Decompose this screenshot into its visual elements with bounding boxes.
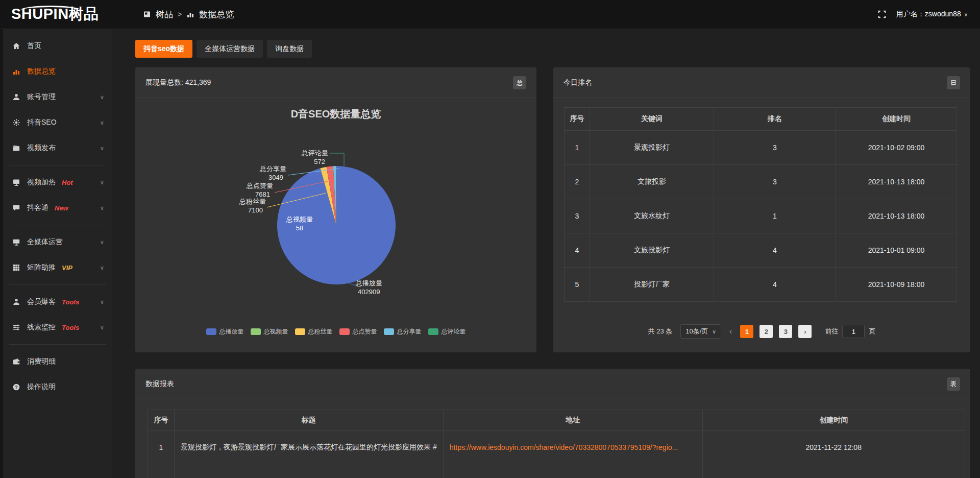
grid-icon <box>12 264 20 272</box>
app-logo: SHUPIN树品 <box>0 4 122 25</box>
sidebar-divider <box>9 165 106 165</box>
fullscreen-icon[interactable] <box>878 10 886 18</box>
chevron-down-icon: ∨ <box>100 324 104 331</box>
pie-label-value: 58 <box>296 224 303 232</box>
chat-icon <box>12 204 20 212</box>
breadcrumb-current[interactable]: 数据总览 <box>199 9 234 20</box>
report-card-header: 数据报表 <box>135 369 970 399</box>
next-page-button[interactable]: › <box>798 325 812 338</box>
daily-view-button[interactable]: 日 <box>947 76 960 89</box>
legend-swatch <box>339 328 350 335</box>
goto-label: 前往 <box>825 327 838 336</box>
table-cell: 文旅投影 <box>590 165 714 199</box>
sidebar-item-账号管理[interactable]: 账号管理∨ <box>3 84 112 110</box>
sidebar-item-线索监控[interactable]: 线索监控Tools∨ <box>3 315 112 340</box>
sidebar-item-会员爆客[interactable]: 会员爆客Tools∨ <box>3 289 112 315</box>
table-view-button[interactable]: 表 <box>947 377 960 391</box>
video-link[interactable]: https://www.iesdouyin.com/share/video/70… <box>450 443 678 451</box>
legend-item-总播放量[interactable]: 总播放量 <box>206 327 244 336</box>
column-header: 地址 <box>443 410 702 431</box>
person-icon <box>12 298 20 306</box>
pie-label-value: 3049 <box>268 174 283 181</box>
impressions-card: 展现量总数: 421,369 总 D音SEO数据量总览总播放量402909总视频… <box>135 67 536 352</box>
sidebar-item-label: 全媒体运营 <box>27 237 63 247</box>
legend-item-总粉丝量[interactable]: 总粉丝量 <box>295 327 333 336</box>
sidebar-item-抖音SEO[interactable]: 抖音SEO∨ <box>3 110 112 135</box>
pie-label-value: 7681 <box>255 190 270 198</box>
impressions-card-header: 展现量总数: 421,369 <box>135 67 536 98</box>
sidebar: 首页数据总览账号管理∨抖音SEO∨视频发布∨视频加热Hot∨抖客通New∨全媒体… <box>0 29 112 478</box>
sidebar-item-label: 数据总览 <box>27 67 56 76</box>
chevron-down-icon: ∨ <box>712 329 716 334</box>
column-header: 创建时间 <box>836 108 957 131</box>
video-title-cell: 景观投影灯，夜游景观投影灯厂家展示展示落花灯在花园里的灯光投影应用效果 # <box>175 431 444 464</box>
impressions-total: 展现量总数: 421,369 <box>145 78 211 87</box>
sidebar-item-全媒体运营[interactable]: 全媒体运营∨ <box>3 229 112 255</box>
sidebar-item-label: 首页 <box>27 41 41 51</box>
legend-item-总视频量[interactable]: 总视频量 <box>251 327 288 336</box>
bar-chart-icon <box>186 10 194 18</box>
sidebar-item-首页[interactable]: 首页 <box>3 33 112 59</box>
legend-label: 总视频量 <box>264 327 288 336</box>
sidebar-item-矩阵助推[interactable]: 矩阵助推VIP∨ <box>3 255 112 280</box>
table-row: 5投影灯厂家42021-10-09 18:00 <box>565 268 957 302</box>
column-header: 序号 <box>148 410 175 431</box>
gear-icon <box>12 118 20 127</box>
legend-swatch <box>428 328 438 335</box>
page-button-3[interactable]: 3 <box>779 325 792 338</box>
sidebar-item-label: 矩阵助推 <box>27 263 56 272</box>
sidebar-divider <box>9 344 106 345</box>
goto-page-input[interactable] <box>842 325 865 338</box>
sidebar-badge: Tools <box>62 324 79 331</box>
tab-全媒体运营数据[interactable]: 全媒体运营数据 <box>197 40 263 58</box>
sidebar-badge: Hot <box>62 179 73 186</box>
logo-arc <box>20 6 81 15</box>
legend-item-总评论量[interactable]: 总评论量 <box>428 327 466 336</box>
sidebar-item-视频发布[interactable]: 视频发布∨ <box>3 135 112 161</box>
sidebar-item-抖客通[interactable]: 抖客通New∨ <box>3 195 112 221</box>
sliders-icon <box>12 323 20 331</box>
table-cell: 3 <box>565 199 590 233</box>
breadcrumb-separator: > <box>178 10 182 18</box>
monitor-icon <box>12 238 20 246</box>
pie-label-name: 总视频量 <box>286 216 313 223</box>
breadcrumb: 树品 > 数据总览 <box>143 9 234 20</box>
tab-询盘数据[interactable]: 询盘数据 <box>267 40 312 58</box>
table-cell: 2021-10-13 18:00 <box>836 165 957 199</box>
table-header-row: 序号标题地址创建时间 <box>148 410 965 431</box>
table-cell: 3 <box>714 165 836 199</box>
sidebar-item-label: 会员爆客 <box>27 297 56 306</box>
chevron-down-icon: ∨ <box>100 145 104 152</box>
page-button-1[interactable]: 1 <box>740 325 753 338</box>
sidebar-item-数据总览[interactable]: 数据总览 <box>3 59 112 84</box>
legend-item-总点赞量[interactable]: 总点赞量 <box>339 327 377 336</box>
sidebar-item-视频加热[interactable]: 视频加热Hot∨ <box>3 170 112 195</box>
pie-slice-总播放量[interactable] <box>277 166 396 284</box>
created-time-cell: 2021-11-22 12:08 <box>702 431 965 464</box>
data-source-tabs: 抖音seo数据全媒体运营数据询盘数据 <box>135 40 970 58</box>
username[interactable]: 用户名：zswodun88 ∨ <box>896 10 968 19</box>
chevron-down-icon: ∨ <box>100 119 104 126</box>
column-header: 关键词 <box>590 108 714 131</box>
table-cell: 4 <box>714 268 836 302</box>
topbar: SHUPIN树品 树品 > 数据总览 用户名：zswodun88 ∨ <box>0 0 980 29</box>
total-view-button[interactable]: 总 <box>513 76 526 89</box>
pie-legend: 总播放量总视频量总粉丝量总点赞量总分享量总评论量 <box>135 327 536 336</box>
page-size-select[interactable]: 10条/页 ∨ <box>680 324 721 339</box>
prev-page-button[interactable]: ‹ <box>727 326 734 337</box>
sidebar-divider <box>9 284 106 285</box>
wallet-icon <box>12 357 20 366</box>
table-row: 2文旅投影32021-10-13 18:00 <box>565 165 957 199</box>
screen-icon <box>12 178 20 186</box>
legend-swatch <box>206 328 216 335</box>
table-row <box>148 464 965 478</box>
page-button-2[interactable]: 2 <box>760 325 773 338</box>
legend-item-总分享量[interactable]: 总分享量 <box>384 327 422 336</box>
sidebar-item-消费明细[interactable]: 消费明细 <box>3 349 112 374</box>
table-row: 1景观投影灯，夜游景观投影灯厂家展示展示落花灯在花园里的灯光投影应用效果 #ht… <box>148 431 965 464</box>
bar-chart-icon <box>12 67 20 76</box>
sidebar-item-操作说明[interactable]: ?操作说明 <box>3 374 112 400</box>
tab-抖音seo数据[interactable]: 抖音seo数据 <box>135 40 192 58</box>
breadcrumb-root[interactable]: 树品 <box>156 9 173 20</box>
column-header: 标题 <box>175 410 444 431</box>
